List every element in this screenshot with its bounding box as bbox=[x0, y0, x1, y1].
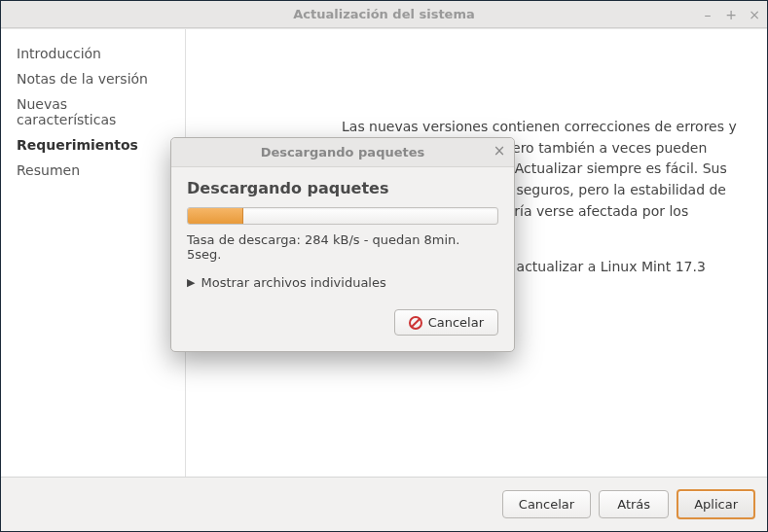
titlebar: Actualización del sistema – + × bbox=[1, 1, 767, 28]
dialog-body: Descargando paquetes Tasa de descarga: 2… bbox=[171, 167, 514, 351]
show-files-expander[interactable]: ▶ Mostrar archivos individuales bbox=[187, 275, 498, 290]
sidebar-item-nuevas[interactable]: Nuevas características bbox=[5, 91, 181, 132]
main-window: Actualización del sistema – + × Introduc… bbox=[0, 0, 768, 532]
dialog-close-button[interactable]: × bbox=[491, 142, 508, 160]
sidebar-item-introduccion[interactable]: Introducción bbox=[5, 41, 181, 66]
download-rate-text: Tasa de descarga: 284 kB/s - quedan 8min… bbox=[187, 232, 498, 262]
window-title: Actualización del sistema bbox=[1, 7, 767, 21]
sidebar-item-notas[interactable]: Notas de la versión bbox=[5, 66, 181, 91]
sidebar: Introducción Notas de la versión Nuevas … bbox=[1, 29, 186, 477]
maximize-button[interactable]: + bbox=[722, 6, 740, 23]
dialog-heading: Descargando paquetes bbox=[187, 179, 498, 197]
footer: Cancelar Atrás Aplicar bbox=[1, 477, 767, 531]
back-button[interactable]: Atrás bbox=[599, 490, 669, 518]
minimize-button[interactable]: – bbox=[699, 6, 716, 23]
svg-line-1 bbox=[412, 319, 420, 327]
dialog-title: Descargando paquetes bbox=[171, 145, 514, 160]
window-controls: – + × bbox=[699, 1, 763, 28]
progress-fill bbox=[188, 208, 243, 224]
dialog-titlebar: Descargando paquetes × bbox=[171, 138, 514, 167]
stop-icon bbox=[409, 316, 422, 330]
download-dialog: Descargando paquetes × Descargando paque… bbox=[170, 137, 515, 352]
sidebar-item-requerimientos[interactable]: Requerimientos bbox=[5, 132, 181, 158]
progress-bar bbox=[187, 207, 498, 225]
dialog-actions: Cancelar bbox=[187, 309, 498, 336]
chevron-right-icon: ▶ bbox=[187, 276, 195, 289]
close-button[interactable]: × bbox=[746, 6, 763, 23]
sidebar-item-resumen[interactable]: Resumen bbox=[5, 158, 181, 183]
cancel-button[interactable]: Cancelar bbox=[502, 490, 591, 518]
apply-button[interactable]: Aplicar bbox=[677, 489, 755, 519]
expander-label: Mostrar archivos individuales bbox=[201, 275, 385, 290]
dialog-cancel-label: Cancelar bbox=[428, 315, 484, 330]
dialog-cancel-button[interactable]: Cancelar bbox=[394, 309, 498, 336]
